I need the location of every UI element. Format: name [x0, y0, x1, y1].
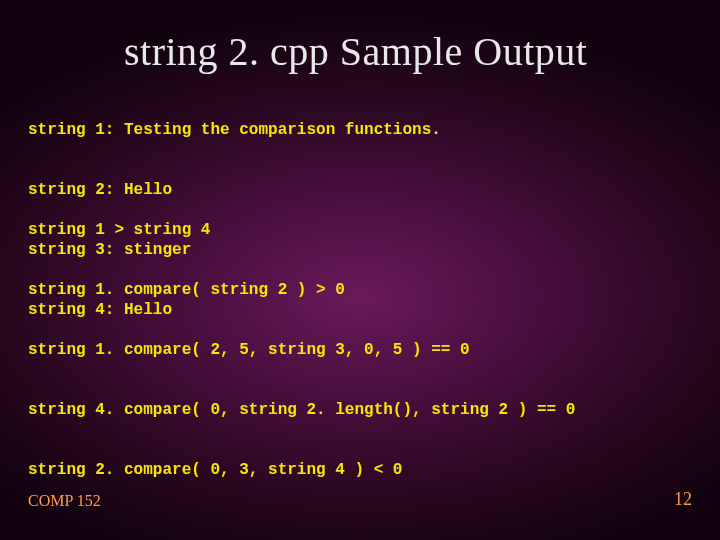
code-line: string 1 > string 4	[28, 220, 575, 240]
slide-title: string 2. cpp Sample Output	[124, 28, 587, 75]
code-line: string 4. compare( 0, string 2. length()…	[28, 400, 575, 420]
code-line: string 1. compare( string 2 ) > 0	[28, 280, 575, 300]
code-line: string 2. compare( 0, 3, string 4 ) < 0	[28, 460, 575, 480]
footer-course-code: COMP 152	[28, 492, 101, 510]
code-block-2: string 1 > string 4 string 1. compare( s…	[28, 180, 575, 500]
footer-page-number: 12	[674, 489, 692, 510]
code-line: string 1: Testing the comparison functio…	[28, 120, 441, 140]
code-line: string 1. compare( 2, 5, string 3, 0, 5 …	[28, 340, 575, 360]
